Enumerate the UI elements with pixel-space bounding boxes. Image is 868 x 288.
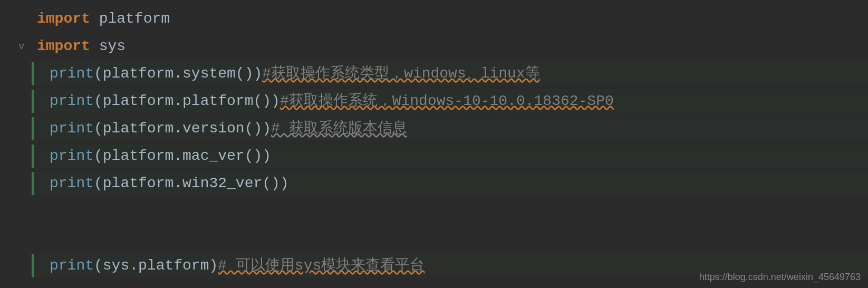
code-token: sys [90, 38, 126, 54]
line-content: import sys [32, 35, 868, 59]
code-editor: import platform▽import sysprint(platform… [0, 0, 868, 285]
code-line: print(platform.system())#获取操作系统类型，window… [0, 60, 868, 88]
code-line: print(platform.version())# 获取系统版本信息 [0, 115, 868, 142]
line-gutter: ▽ [0, 39, 32, 54]
code-token: import [37, 38, 90, 54]
line-content: import platform [32, 7, 868, 31]
code-line: import platform [0, 5, 868, 33]
code-token: print [50, 257, 94, 274]
code-token: (sys.platform) [94, 257, 218, 274]
code-line: print(platform.mac_ver()) [0, 142, 868, 170]
code-token: import [37, 11, 90, 27]
code-token: (platform.system()) [94, 65, 262, 82]
code-line: ▽import sys [0, 33, 868, 60]
code-token: #获取操作系统，Windows-10-10.0.18362-SP0 [280, 93, 614, 109]
line-content: print(platform.system())#获取操作系统类型，window… [32, 62, 868, 86]
code-token: print [50, 148, 94, 164]
line-content: print(platform.platform())#获取操作系统，Window… [32, 90, 868, 113]
code-token: (platform.win32_ver()) [94, 175, 289, 191]
code-token: # 可以使用sys模块来查看平台 [218, 257, 425, 274]
code-token: (platform.platform()) [94, 93, 280, 109]
code-token: #获取操作系统类型，windows、linux等 [262, 65, 539, 82]
watermark: https://blog.csdn.net/weixin_45649763 [699, 270, 861, 285]
code-token: # 获取系统版本信息 [271, 120, 407, 137]
line-content: print(platform.mac_ver()) [32, 145, 868, 168]
code-line: print(platform.win32_ver()) [0, 170, 868, 197]
code-line [0, 197, 868, 225]
code-token: print [50, 65, 94, 82]
code-token: print [50, 120, 94, 137]
fold-icon[interactable]: ▽ [18, 39, 24, 54]
code-line [0, 225, 868, 252]
code-token: platform [90, 11, 170, 27]
code-token: print [50, 93, 94, 109]
code-line: print(platform.platform())#获取操作系统，Window… [0, 88, 868, 115]
code-token: (platform.mac_ver()) [94, 148, 271, 164]
code-token: print [50, 175, 94, 191]
line-content: print(platform.version())# 获取系统版本信息 [32, 117, 868, 141]
line-content: print(platform.win32_ver()) [32, 172, 868, 196]
code-token: (platform.version()) [94, 120, 271, 137]
